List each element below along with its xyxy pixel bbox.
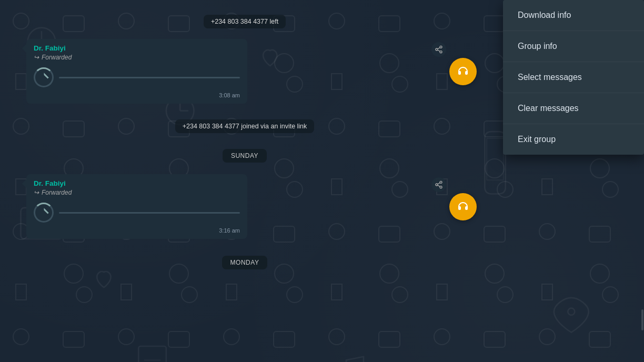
dropdown-label-select-messages: Select messages xyxy=(518,73,582,82)
sender-name-2: Dr. Fabiyi xyxy=(34,179,240,187)
sender-name-1: Dr. Fabiyi xyxy=(34,44,240,52)
audio-player-1 xyxy=(34,65,240,89)
message-bubble-2: Dr. Fabiyi ↪ Forwarded 3:16 am xyxy=(26,174,247,239)
system-bubble-joined: +234 803 384 4377 joined via an invite l… xyxy=(175,119,315,133)
progress-bar-container-2[interactable] xyxy=(59,212,240,214)
forwarded-label-2: ↪ Forwarded xyxy=(34,189,240,196)
forwarded-text-1: Forwarded xyxy=(42,54,72,61)
share-icon-1 xyxy=(435,45,443,54)
audio-player-2 xyxy=(34,200,240,225)
dropdown-item-select-messages[interactable]: Select messages xyxy=(503,62,644,93)
headphone-button-2[interactable] xyxy=(449,193,477,220)
day-divider-monday: MONDAY xyxy=(26,256,463,269)
progress-bar-2[interactable] xyxy=(59,212,240,214)
scroll-indicator[interactable] xyxy=(641,309,643,330)
system-message-left: +234 803 384 4377 left xyxy=(26,15,463,28)
dropdown-item-clear-messages[interactable]: Clear messages xyxy=(503,93,644,124)
system-bubble-left: +234 803 384 4377 left xyxy=(204,15,286,28)
timestamp-1: 3:08 am xyxy=(34,92,240,98)
headphone-icon-2 xyxy=(457,200,469,213)
audio-spinner-1[interactable] xyxy=(34,67,54,87)
dropdown-label-exit-group: Exit group xyxy=(518,135,556,144)
dropdown-item-group-info[interactable]: Group info xyxy=(503,31,644,62)
dropdown-label-download-info: Download info xyxy=(518,11,571,19)
svg-line-22 xyxy=(438,183,440,184)
audio-spinner-2[interactable] xyxy=(34,203,54,223)
system-text-joined: +234 803 384 4377 joined via an invite l… xyxy=(183,123,307,130)
progress-bar-1[interactable] xyxy=(59,77,240,78)
dropdown-item-exit-group[interactable]: Exit group xyxy=(503,124,644,155)
dropdown-item-download-info[interactable]: Download info xyxy=(503,0,644,31)
headphone-button-1[interactable] xyxy=(449,58,477,85)
progress-bar-container-1[interactable] xyxy=(59,77,240,78)
share-button-1[interactable] xyxy=(431,42,446,57)
day-divider-sunday: SUNDAY xyxy=(26,149,463,163)
forwarded-label-1: ↪ Forwarded xyxy=(34,54,240,61)
svg-point-13 xyxy=(568,308,575,315)
message-container-2: Dr. Fabiyi ↪ Forwarded 3:16 am xyxy=(26,174,463,239)
message-row-2: Dr. Fabiyi ↪ Forwarded 3:16 am xyxy=(26,174,353,239)
context-dropdown-menu: Download info Group info Select messages… xyxy=(503,0,644,155)
day-label-sunday: SUNDAY xyxy=(223,149,267,163)
system-message-joined: +234 803 384 4377 joined via an invite l… xyxy=(26,119,463,133)
share-button-2[interactable] xyxy=(431,177,446,192)
forwarded-text-2: Forwarded xyxy=(42,189,72,196)
system-text-left: +234 803 384 4377 left xyxy=(211,18,278,25)
forward-arrow-icon-2: ↪ xyxy=(34,189,39,196)
message-row-1: Dr. Fabiyi ↪ Forwarded 3:08 am xyxy=(26,39,353,104)
forward-arrow-icon-1: ↪ xyxy=(34,54,39,61)
day-label-monday: MONDAY xyxy=(222,256,268,269)
message-container-1: Dr. Fabiyi ↪ Forwarded 3:08 am xyxy=(26,39,463,104)
message-bubble-1: Dr. Fabiyi ↪ Forwarded 3:08 am xyxy=(26,39,247,104)
timestamp-2: 3:16 am xyxy=(34,227,240,234)
chat-area: +234 803 384 4377 left Dr. Fabiyi ↪ Forw… xyxy=(0,0,489,362)
svg-line-21 xyxy=(438,185,440,187)
share-icon-2 xyxy=(435,180,443,189)
dropdown-label-group-info: Group info xyxy=(518,42,557,51)
dropdown-label-clear-messages: Clear messages xyxy=(518,104,579,113)
headphone-icon-1 xyxy=(457,65,469,78)
